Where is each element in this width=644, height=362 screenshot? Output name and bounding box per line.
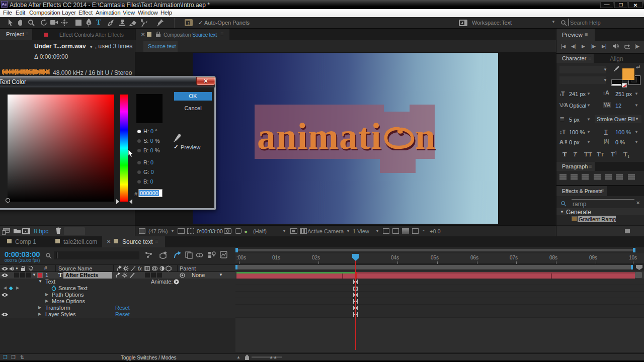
svg-text:fx: fx [138, 266, 142, 272]
